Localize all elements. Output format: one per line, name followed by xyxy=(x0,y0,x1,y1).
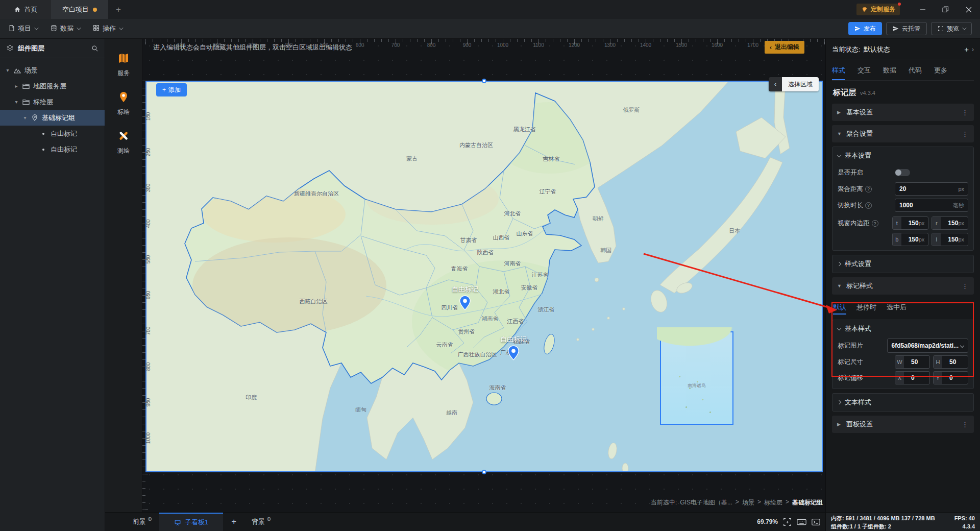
menu-项目[interactable]: 项目 xyxy=(8,24,37,33)
resize-handle-top[interactable] xyxy=(482,79,486,83)
component-name: 标记层 xyxy=(833,88,856,98)
tree-item-场景[interactable]: ▾场景 xyxy=(0,62,105,78)
cloud-host-button[interactable]: 云托管 xyxy=(886,22,927,35)
notification-dot-icon xyxy=(898,3,901,6)
style-settings-group: 样式设置 xyxy=(832,255,974,273)
map-pin-icon[interactable] xyxy=(507,345,520,363)
menu-操作[interactable]: 操作 xyxy=(93,24,122,33)
keyboard-icon[interactable] xyxy=(797,518,806,526)
caret-icon[interactable]: ▾ xyxy=(22,115,28,120)
help-icon[interactable]: ? xyxy=(865,186,872,192)
subboard-tab[interactable]: 子看板1 xyxy=(159,513,223,531)
custom-service-badge[interactable]: 定制服务 xyxy=(856,4,900,15)
tree-item-自由标记[interactable]: 自由标记 xyxy=(0,126,105,141)
tree-item-自由标记[interactable]: 自由标记 xyxy=(0,141,105,157)
tab-style[interactable]: 样式 xyxy=(832,60,845,80)
breadcrumb-item[interactable]: 场景 xyxy=(742,498,754,507)
section-cluster-settings[interactable]: ▼ 聚合设置 ⋮ xyxy=(832,125,974,142)
breadcrumb-item[interactable]: 标绘层 xyxy=(764,498,782,507)
province-label: 安徽省 xyxy=(521,284,538,292)
ruler-vertical: 1002003004005006007008009001000 xyxy=(142,39,153,512)
breadcrumb-item[interactable]: 基础标记组 xyxy=(792,498,823,507)
more-dots-icon[interactable]: ⋮ xyxy=(962,130,969,138)
close-button[interactable] xyxy=(957,0,980,19)
caret-icon[interactable]: ▸ xyxy=(14,83,19,89)
menu-数据[interactable]: 数据 xyxy=(51,24,80,33)
marker-offset-y-input[interactable]: Y0 xyxy=(933,371,968,384)
foreground-button[interactable]: 前景⊕ xyxy=(126,517,159,526)
caret-right-icon: ▶ xyxy=(837,110,842,115)
exit-edit-button[interactable]: ‹ 退出编辑 xyxy=(765,41,804,54)
tab-data[interactable]: 数据 xyxy=(883,60,896,80)
tree-item-地图服务层[interactable]: ▸地图服务层 xyxy=(0,78,105,94)
add-board-button[interactable]: + xyxy=(223,517,244,527)
breadcrumb-separator: > xyxy=(736,498,739,507)
tree-item-基础标记组[interactable]: ▾基础标记组 xyxy=(0,110,105,126)
search-icon[interactable] xyxy=(91,45,99,52)
text-style-header[interactable]: 文本样式 xyxy=(838,394,968,411)
breadcrumb-item[interactable]: GIS电子地图（基... xyxy=(680,498,732,507)
province-label: 山西省 xyxy=(493,234,510,242)
help-icon[interactable]: ? xyxy=(872,220,878,227)
tab-interaction[interactable]: 交互 xyxy=(857,60,871,80)
padding-right-input[interactable]: r150px xyxy=(932,216,968,230)
section-marker-style[interactable]: ▼ 标记样式 ⋮ xyxy=(832,277,974,295)
more-dots-icon[interactable]: ⋮ xyxy=(962,421,969,428)
cluster-enable-toggle[interactable] xyxy=(895,169,910,176)
preview-button[interactable]: 预览 xyxy=(931,22,972,35)
province-label: 云南省 xyxy=(436,341,453,349)
marker-width-input[interactable]: W50 xyxy=(895,355,930,369)
more-dots-icon[interactable]: ⋮ xyxy=(962,282,969,290)
publish-button[interactable]: 发布 xyxy=(848,22,882,35)
dock-服务[interactable]: 服务 xyxy=(105,52,142,78)
select-region-button[interactable]: ‹ 选择区域 xyxy=(769,77,819,91)
gis-map[interactable]: 黑龙江省内蒙古自治区吉林省辽宁省河北省山西省山东省陕西省河南省江苏省安徽省湖北省… xyxy=(145,81,823,472)
chevron-down-icon xyxy=(960,344,964,348)
home-tab[interactable]: 首页 xyxy=(0,0,51,19)
publish-label: 发布 xyxy=(864,25,876,33)
memory-value: 591 / 3481 / 4096 MB 137 / 728 MB xyxy=(846,515,935,521)
zoom-level[interactable]: 69.79% xyxy=(757,518,778,525)
add-state-icon[interactable]: + xyxy=(964,45,969,54)
padding-left-input[interactable]: l150px xyxy=(932,233,968,246)
dock-标绘[interactable]: 标绘 xyxy=(105,91,142,116)
tab-hover[interactable]: 悬停时 xyxy=(856,303,876,315)
marker-image-select[interactable]: 6fd5a068/map2d/stati... xyxy=(887,339,968,353)
background-button[interactable]: 背景⊕ xyxy=(244,517,278,526)
marker-style-header[interactable]: 基本样式 xyxy=(838,320,968,337)
dock-测绘[interactable]: 测绘 xyxy=(105,130,142,155)
more-dots-icon[interactable]: ⋮ xyxy=(962,109,969,116)
add-marker-button[interactable]: + 添加 xyxy=(156,83,187,96)
section-basic-settings[interactable]: ▶ 基本设置 ⋮ xyxy=(832,104,974,121)
padding-bottom-input[interactable]: b150px xyxy=(892,233,929,246)
marker-offset-x-input[interactable]: X0 xyxy=(895,371,930,384)
province-label: 湖南省 xyxy=(482,315,499,323)
resize-handle-bottom[interactable] xyxy=(482,470,486,474)
padding-top-input[interactable]: t150px xyxy=(892,216,929,230)
minimize-button[interactable] xyxy=(911,0,934,19)
caret-icon[interactable]: ▾ xyxy=(5,67,10,73)
map-pin-icon[interactable] xyxy=(458,295,472,312)
cluster-distance-input[interactable]: 20px xyxy=(895,182,968,196)
tab-selected[interactable]: 选中后 xyxy=(887,303,906,315)
fit-screen-icon[interactable] xyxy=(783,518,792,526)
cluster-group-header[interactable]: 基本设置 xyxy=(838,147,968,164)
marker-height-input[interactable]: H50 xyxy=(933,355,968,369)
console-icon[interactable] xyxy=(812,518,820,526)
style-settings-header[interactable]: 样式设置 xyxy=(838,255,968,273)
tab-more[interactable]: 更多 xyxy=(934,60,947,80)
tab-code[interactable]: 代码 xyxy=(909,60,922,80)
component-counts: 组件数:1 / 1 子组件数: 2 xyxy=(831,522,891,530)
grid-icon xyxy=(93,25,100,33)
new-tab-button[interactable]: + xyxy=(108,0,129,19)
measure-icon xyxy=(117,130,130,143)
restore-button[interactable] xyxy=(934,0,957,19)
tab-default[interactable]: 默认 xyxy=(833,303,846,315)
cluster-duration-input[interactable]: 1000毫秒 xyxy=(895,199,968,212)
expand-states-icon[interactable]: › xyxy=(972,46,974,53)
tree-item-标绘层[interactable]: ▾标绘层 xyxy=(0,94,105,110)
caret-icon[interactable]: ▾ xyxy=(14,99,19,105)
section-panel-settings[interactable]: ▶ 面板设置 ⋮ xyxy=(832,416,974,433)
help-icon[interactable]: ? xyxy=(865,202,872,209)
project-tab[interactable]: 空白项目 xyxy=(51,0,108,19)
